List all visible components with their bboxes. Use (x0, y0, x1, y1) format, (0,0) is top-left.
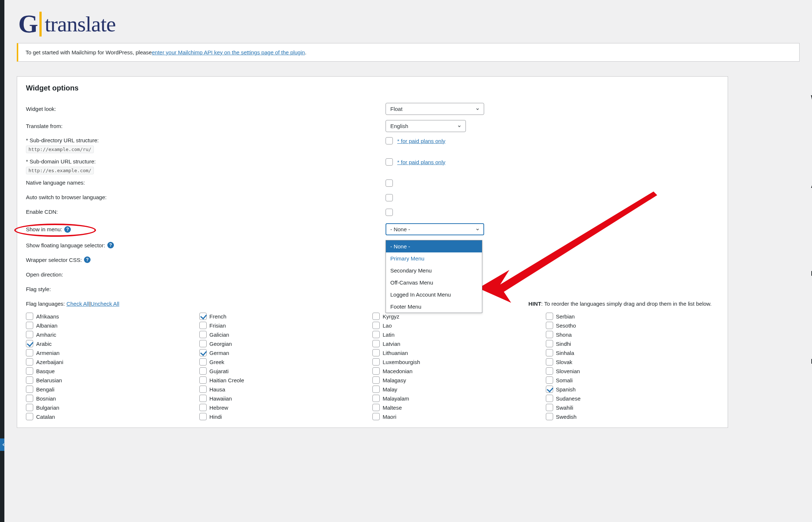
help-icon[interactable]: ? (107, 242, 114, 248)
language-checkbox[interactable] (26, 413, 33, 420)
uncheck-all-link[interactable]: Uncheck All (91, 301, 119, 307)
language-checkbox[interactable] (26, 340, 33, 347)
language-item[interactable]: Slovak (546, 358, 719, 366)
language-item[interactable]: French (199, 313, 373, 320)
language-item[interactable]: Sinhala (546, 349, 719, 356)
language-item[interactable]: Slovenian (546, 367, 719, 375)
language-item[interactable]: Azerbaijani (26, 358, 199, 366)
language-checkbox[interactable] (199, 331, 207, 338)
language-checkbox[interactable] (199, 386, 207, 393)
language-checkbox[interactable] (26, 331, 33, 338)
language-checkbox[interactable] (546, 331, 553, 338)
language-checkbox[interactable] (546, 404, 553, 411)
language-item[interactable]: Gujarati (199, 367, 373, 375)
language-item[interactable]: Hawaiian (199, 395, 373, 402)
language-item[interactable]: Lao (372, 322, 546, 329)
language-item[interactable]: Somali (546, 376, 719, 384)
language-item[interactable]: Hindi (199, 413, 373, 420)
subdom-checkbox[interactable] (386, 158, 393, 166)
language-item[interactable]: Arabic (26, 340, 199, 347)
language-checkbox[interactable] (199, 367, 207, 375)
language-checkbox[interactable] (546, 358, 553, 366)
language-checkbox[interactable] (199, 313, 207, 320)
language-checkbox[interactable] (372, 367, 380, 375)
language-item[interactable]: Catalan (26, 413, 199, 420)
language-checkbox[interactable] (546, 386, 553, 393)
language-item[interactable]: Afrikaans (26, 313, 199, 320)
language-checkbox[interactable] (372, 386, 380, 393)
help-icon[interactable]: ? (84, 256, 91, 263)
language-checkbox[interactable] (546, 413, 553, 420)
menu-option-offcanvas[interactable]: Off-Canvas Menu (386, 277, 482, 289)
language-item[interactable]: Latin (372, 331, 546, 338)
language-item[interactable]: Sesotho (546, 322, 719, 329)
language-checkbox[interactable] (546, 349, 553, 356)
language-checkbox[interactable] (372, 376, 380, 384)
menu-option-secondary[interactable]: Secondary Menu (386, 264, 482, 277)
widget-look-select[interactable]: Float (386, 103, 484, 115)
language-item[interactable]: Kyrgyz (372, 313, 546, 320)
language-item[interactable]: Armenian (26, 349, 199, 356)
language-item[interactable]: Hausa (199, 386, 373, 393)
menu-option-loggedin[interactable]: Logged In Account Menu (386, 289, 482, 301)
language-item[interactable]: Hebrew (199, 404, 373, 411)
language-item[interactable]: Swedish (546, 413, 719, 420)
language-checkbox[interactable] (199, 376, 207, 384)
language-item[interactable]: Albanian (26, 322, 199, 329)
language-checkbox[interactable] (199, 413, 207, 420)
language-item[interactable]: German (199, 349, 373, 356)
menu-option-primary[interactable]: Primary Menu (386, 252, 482, 264)
language-checkbox[interactable] (26, 386, 33, 393)
language-checkbox[interactable] (372, 404, 380, 411)
language-checkbox[interactable] (26, 322, 33, 329)
language-item[interactable]: Sindhi (546, 340, 719, 347)
language-item[interactable]: Sudanese (546, 395, 719, 402)
native-checkbox[interactable] (386, 179, 393, 187)
language-item[interactable]: Luxembourgish (372, 358, 546, 366)
language-checkbox[interactable] (546, 340, 553, 347)
language-checkbox[interactable] (372, 358, 380, 366)
help-icon[interactable]: ? (64, 226, 71, 233)
cdn-checkbox[interactable] (386, 209, 393, 216)
language-checkbox[interactable] (26, 367, 33, 375)
translate-from-select[interactable]: English (386, 120, 466, 132)
language-checkbox[interactable] (199, 358, 207, 366)
language-checkbox[interactable] (199, 395, 207, 402)
language-checkbox[interactable] (26, 404, 33, 411)
menu-option-none[interactable]: - None - (386, 240, 482, 252)
language-checkbox[interactable] (199, 349, 207, 356)
language-item[interactable]: Frisian (199, 322, 373, 329)
language-item[interactable]: Greek (199, 358, 373, 366)
language-checkbox[interactable] (372, 395, 380, 402)
language-checkbox[interactable] (546, 367, 553, 375)
show-in-menu-select[interactable]: - None - (386, 223, 484, 235)
language-item[interactable]: Spanish (546, 386, 719, 393)
language-item[interactable]: Malagasy (372, 376, 546, 384)
language-item[interactable]: Latvian (372, 340, 546, 347)
language-checkbox[interactable] (372, 349, 380, 356)
language-checkbox[interactable] (546, 376, 553, 384)
language-item[interactable]: Bengali (26, 386, 199, 393)
language-item[interactable]: Shona (546, 331, 719, 338)
language-item[interactable]: Georgian (199, 340, 373, 347)
notice-link[interactable]: enter your Mailchimp API key on the sett… (152, 49, 305, 55)
language-item[interactable]: Belarusian (26, 376, 199, 384)
language-checkbox[interactable] (546, 313, 553, 320)
language-checkbox[interactable] (26, 376, 33, 384)
language-checkbox[interactable] (26, 349, 33, 356)
language-checkbox[interactable] (372, 413, 380, 420)
autoswitch-checkbox[interactable] (386, 194, 393, 201)
language-item[interactable]: Serbian (546, 313, 719, 320)
language-checkbox[interactable] (546, 395, 553, 402)
language-item[interactable]: Bosnian (26, 395, 199, 402)
check-all-link[interactable]: Check All (66, 301, 89, 307)
language-checkbox[interactable] (199, 340, 207, 347)
language-item[interactable]: Malayalam (372, 395, 546, 402)
language-checkbox[interactable] (372, 340, 380, 347)
paid-plans-link[interactable]: * for paid plans only (397, 138, 445, 144)
language-checkbox[interactable] (372, 313, 380, 320)
language-checkbox[interactable] (372, 331, 380, 338)
language-item[interactable]: Macedonian (372, 367, 546, 375)
language-checkbox[interactable] (546, 322, 553, 329)
language-item[interactable]: Malay (372, 386, 546, 393)
